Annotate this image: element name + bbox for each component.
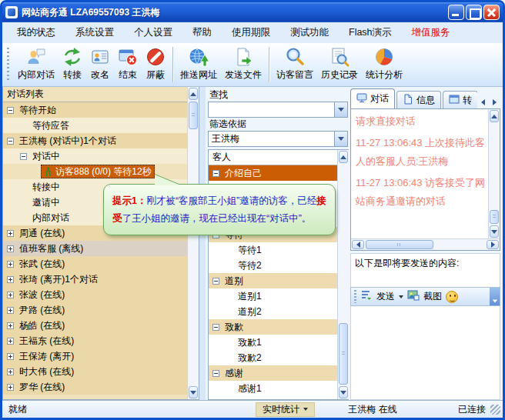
tree-row[interactable]: 对话中 bbox=[3, 148, 187, 164]
filter-combobox[interactable]: 王洪梅 bbox=[208, 131, 348, 147]
history-button[interactable]: 历史记录 bbox=[317, 45, 362, 83]
tab-scroll-left-icon[interactable] bbox=[477, 96, 489, 108]
tree-row[interactable]: 王保涛 (离开) bbox=[3, 348, 187, 364]
toolbar-grip[interactable] bbox=[7, 48, 9, 82]
expander-icon[interactable] bbox=[212, 278, 219, 285]
tree-row[interactable]: 感谢1 bbox=[209, 381, 337, 396]
menu-item[interactable]: 使用期限 bbox=[222, 26, 280, 39]
scroll-up-icon[interactable] bbox=[189, 88, 198, 100]
toolbar-overflow-icon[interactable] bbox=[490, 288, 500, 305]
tree-row[interactable]: 等待应答 bbox=[3, 118, 187, 133]
reply-scrollbar[interactable] bbox=[337, 150, 349, 399]
maximize-button[interactable] bbox=[466, 5, 482, 20]
tab-info[interactable]: 信息 bbox=[396, 91, 441, 108]
tree-row[interactable]: 尹路 (在线) bbox=[3, 302, 187, 318]
expander-icon[interactable] bbox=[7, 261, 14, 268]
expander-icon[interactable] bbox=[7, 307, 14, 314]
expander-icon[interactable] bbox=[7, 276, 14, 283]
tree-row[interactable]: 等待2 bbox=[209, 258, 337, 273]
tree-row[interactable]: 道别1 bbox=[209, 288, 337, 304]
expander-icon[interactable] bbox=[212, 370, 219, 377]
stats-button[interactable]: 统计分析 bbox=[362, 45, 406, 83]
minimize-button[interactable] bbox=[448, 5, 464, 20]
close-button[interactable] bbox=[483, 5, 500, 20]
scrollbar-thumb[interactable] bbox=[490, 210, 499, 224]
toolbar-grip[interactable] bbox=[354, 290, 356, 303]
scrollbar-thumb[interactable] bbox=[339, 323, 348, 385]
tree-row[interactable]: 张武 (在线) bbox=[3, 256, 187, 272]
push-url-button[interactable]: 推送网址 bbox=[176, 45, 221, 83]
tree-row[interactable]: 感谢 bbox=[209, 365, 337, 381]
transfer-button[interactable]: 转接 bbox=[59, 45, 86, 83]
tree-row[interactable]: 道别 bbox=[209, 273, 337, 288]
tree-row[interactable]: 王福东 (在线) bbox=[3, 333, 187, 348]
send-button[interactable]: 发送 bbox=[376, 290, 395, 303]
scroll-down-icon[interactable] bbox=[490, 225, 499, 238]
scroll-left-icon[interactable] bbox=[352, 240, 364, 249]
expander-icon[interactable] bbox=[7, 230, 14, 237]
tree-row[interactable]: 张琦 (离开)1个对话 bbox=[3, 272, 187, 287]
menu-item[interactable]: 我的状态 bbox=[7, 26, 65, 39]
tree-row[interactable]: 等待1 bbox=[209, 242, 337, 258]
chat-scrollbar[interactable] bbox=[488, 109, 500, 238]
menu-item[interactable]: Flash演示 bbox=[339, 26, 402, 39]
chat-hscrollbar[interactable] bbox=[351, 238, 500, 250]
tree-row[interactable]: 道别2 bbox=[209, 304, 337, 319]
visitor-message-button[interactable]: 访客留言 bbox=[273, 45, 317, 83]
tree-row[interactable]: 值班客服 (离线) bbox=[3, 241, 187, 256]
tab-transfer[interactable]: 转 bbox=[443, 91, 477, 108]
expander-icon[interactable] bbox=[7, 138, 14, 145]
tab-scroll-right-icon[interactable] bbox=[489, 96, 500, 108]
tree-row[interactable]: 罗华 (在线) bbox=[3, 379, 187, 395]
chevron-down-icon[interactable] bbox=[334, 132, 347, 146]
message-input[interactable] bbox=[350, 306, 500, 400]
rename-button[interactable]: 改名 bbox=[86, 45, 114, 83]
tree-row[interactable]: 致歉 bbox=[209, 319, 337, 335]
search-combobox[interactable] bbox=[208, 102, 348, 118]
emoticon-icon[interactable] bbox=[446, 291, 458, 303]
scroll-down-icon[interactable] bbox=[339, 386, 348, 398]
tree-row[interactable]: 致歉2 bbox=[209, 350, 337, 365]
menu-item[interactable]: 个人设置 bbox=[124, 26, 182, 39]
scroll-up-icon[interactable] bbox=[490, 110, 499, 122]
send-options-icon[interactable] bbox=[399, 295, 403, 298]
tree-row[interactable]: 张波 (在线) bbox=[3, 287, 187, 302]
scroll-up-icon[interactable] bbox=[339, 151, 348, 163]
end-session-button[interactable]: 结束 bbox=[114, 45, 142, 83]
expander-icon[interactable] bbox=[7, 368, 14, 375]
send-file-button[interactable]: 发送文件 bbox=[221, 45, 266, 83]
expander-icon[interactable] bbox=[7, 353, 14, 360]
menu-item[interactable]: 增值服务 bbox=[402, 26, 460, 39]
tree-row[interactable]: 时大伟 (在线) bbox=[3, 364, 187, 379]
menu-item[interactable]: 测试功能 bbox=[280, 26, 339, 39]
menu-item[interactable]: 帮助 bbox=[182, 26, 222, 39]
tree-row[interactable]: 致歉1 bbox=[209, 335, 337, 350]
expander-icon[interactable] bbox=[7, 384, 14, 391]
block-button[interactable]: 屏蔽 bbox=[142, 45, 169, 83]
panel-splitter[interactable] bbox=[199, 87, 206, 400]
tree-row[interactable]: 等待开始 bbox=[3, 102, 187, 118]
menu-item[interactable]: 系统设置 bbox=[65, 26, 124, 39]
expander-icon[interactable] bbox=[212, 170, 219, 177]
expander-icon[interactable] bbox=[212, 324, 219, 331]
conversation-scrollbar[interactable] bbox=[187, 87, 199, 399]
resize-grip[interactable] bbox=[490, 405, 500, 415]
tab-dialog[interactable]: 对话 bbox=[350, 88, 395, 108]
expander-icon[interactable] bbox=[7, 322, 14, 329]
screenshot-button[interactable]: 截图 bbox=[423, 290, 442, 303]
expander-icon[interactable] bbox=[7, 292, 14, 298]
tree-row[interactable]: 杨皓 (在线) bbox=[3, 318, 187, 333]
expander-icon[interactable] bbox=[7, 107, 14, 114]
scrollbar-thumb[interactable] bbox=[366, 240, 433, 249]
scroll-right-icon[interactable] bbox=[487, 240, 499, 249]
scrollbar-thumb[interactable] bbox=[189, 102, 198, 129]
expander-icon[interactable] bbox=[7, 338, 14, 345]
realtime-stats-button[interactable]: 实时统计 bbox=[256, 402, 315, 417]
chevron-down-icon[interactable] bbox=[334, 102, 347, 117]
scroll-down-icon[interactable] bbox=[189, 386, 198, 398]
tree-row[interactable]: 王洪梅 (对话中)1个对话 bbox=[3, 133, 187, 148]
internal-chat-button[interactable]: 内部对话 bbox=[14, 45, 59, 83]
expander-icon[interactable] bbox=[7, 245, 14, 252]
tree-row[interactable]: 介绍自己 bbox=[209, 165, 337, 181]
expander-icon[interactable] bbox=[20, 153, 27, 160]
